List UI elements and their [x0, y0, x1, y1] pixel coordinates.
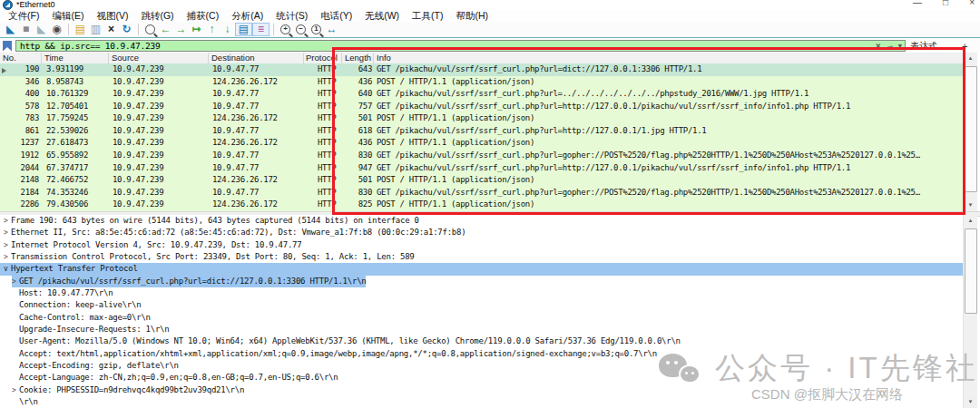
detail-line[interactable]: >GET /pikachu/vul/ssrf/ssrf_curl.php?url…	[0, 276, 964, 287]
start-capture-icon[interactable]: ◣	[3, 23, 18, 36]
packet-row[interactable]: 57812.70540110.9.47.23910.9.47.77HTTP757…	[0, 101, 964, 113]
expand-icon[interactable]: >	[4, 251, 11, 263]
detail-line-content: >Frame 190: 643 bytes on wire (5144 bits…	[4, 215, 419, 227]
expand-icon[interactable]: >	[4, 215, 11, 227]
go-bottom-icon[interactable]: ↓	[220, 23, 235, 36]
reload-icon[interactable]: ↻	[119, 23, 134, 36]
menu-item-telephony[interactable]: 电话(Y)	[314, 10, 358, 22]
packet-row[interactable]: 204467.37471710.9.47.23910.9.47.77HTTP94…	[0, 162, 964, 175]
packet-row[interactable]: 1903.93119910.9.47.23910.9.47.77HTTP643G…	[0, 63, 964, 76]
scroll-down-icon[interactable]: ▼	[964, 396, 977, 408]
menu-item-analyze[interactable]: 分析(A)	[225, 10, 270, 22]
display-filter-input[interactable]: http && ip.src== 10.9.47.239 × → ▼	[15, 40, 906, 52]
detail-line[interactable]: Accept: text/html,application/xhtml+xml,…	[0, 348, 964, 360]
packet-row[interactable]: 3468.95874310.9.47.239124.236.26.172HTTP…	[0, 76, 964, 89]
zoom-100-icon[interactable]: 1	[309, 23, 324, 36]
col-header-info[interactable]: Info	[374, 53, 964, 63]
detail-line[interactable]: Connection: keep-alive\r\n	[0, 299, 964, 311]
menu-item-file[interactable]: 文件(F)	[2, 10, 45, 22]
packet-row[interactable]: 218474.35324610.9.47.23910.9.47.77HTTP83…	[0, 187, 964, 199]
menu-item-help[interactable]: 帮助(H)	[450, 10, 495, 22]
scroll-up-icon[interactable]: ▲	[964, 215, 977, 227]
menu-item-capture[interactable]: 捕获(C)	[181, 10, 226, 22]
menu-item-go[interactable]: 跳转(G)	[134, 10, 180, 22]
scroll-up-icon[interactable]: ▲	[964, 53, 977, 64]
col-header-source[interactable]: Source	[109, 53, 209, 63]
detail-line[interactable]: Host: 10.9.47.77\r\n	[0, 287, 964, 299]
close-button[interactable]: ×	[969, 0, 975, 7]
packet-row[interactable]: 86122.53902610.9.47.23910.9.47.77HTTP618…	[0, 125, 964, 138]
resize-columns-icon[interactable]: ↔	[324, 23, 339, 36]
auto-scroll-icon[interactable]: ▤	[235, 23, 252, 36]
packet-source: 10.9.47.239	[109, 125, 209, 138]
expand-icon[interactable]: >	[4, 227, 11, 238]
packet-info: GET /pikachu/vul/ssrf/ssrf_curl.php?url=…	[374, 63, 964, 76]
packet-info: GET /pikachu/vul/ssrf/ssrf_curl.php?url=…	[374, 88, 964, 101]
packet-row[interactable]: 78317.75924510.9.47.239124.236.26.172HTT…	[0, 112, 964, 125]
detail-line[interactable]: >Cookie: PHPSESSID=n9drehvqc4kqd99bt2uv3…	[0, 384, 964, 396]
expand-icon[interactable]: >	[4, 239, 11, 251]
stop-capture-icon[interactable]: ■	[18, 23, 34, 36]
detail-line[interactable]: >Frame 190: 643 bytes on wire (5144 bits…	[0, 215, 964, 227]
menu-item-wireless[interactable]: 无线(W)	[358, 10, 406, 22]
detail-line[interactable]: \r\n	[0, 396, 964, 408]
filter-apply-icon[interactable]: →	[885, 41, 896, 51]
go-back-icon[interactable]: ←	[158, 23, 173, 36]
close-capture-icon[interactable]: ×	[103, 23, 119, 36]
minimize-button[interactable]: —	[913, 0, 922, 7]
col-header-length[interactable]: Length	[342, 53, 374, 63]
collapse-icon[interactable]: v	[4, 263, 11, 275]
expand-icon[interactable]: >	[12, 384, 19, 396]
col-header-time[interactable]: Time	[42, 53, 109, 63]
packet-list-scrollbar[interactable]: ▲ ▼	[963, 53, 977, 211]
scroll-down-icon[interactable]: ▼	[964, 199, 977, 211]
packet-row[interactable]: 123727.61847310.9.47.239124.236.26.172HT…	[0, 137, 964, 150]
expand-icon[interactable]: >	[12, 276, 19, 287]
col-header-destination[interactable]: Destination	[209, 53, 304, 63]
zoom-in-icon[interactable]: +	[278, 23, 293, 36]
packet-info: POST / HTTP/1.1 (application/json)	[374, 174, 964, 187]
detail-line[interactable]: >Internet Protocol Version 4, Src: 10.9.…	[0, 239, 964, 251]
find-packet-icon[interactable]	[142, 23, 158, 36]
detail-line[interactable]: >Ethernet II, Src: a8:5e:45:c6:ad:72 (a8…	[0, 227, 964, 238]
add-filter-button[interactable]: +	[958, 41, 971, 52]
expression-button[interactable]: 表达式…	[906, 40, 951, 53]
go-forward-icon[interactable]: →	[173, 23, 189, 36]
menu-item-view[interactable]: 视图(V)	[90, 10, 134, 22]
maximize-button[interactable]: □	[943, 0, 948, 7]
detail-line[interactable]: Upgrade-Insecure-Requests: 1\r\n	[0, 324, 964, 335]
packet-row[interactable]: 191265.95589210.9.47.23910.9.47.77HTTP83…	[0, 150, 964, 162]
go-to-packet-icon[interactable]: ↦	[189, 23, 204, 36]
filter-dropdown-icon[interactable]: ▼	[896, 43, 905, 50]
details-scrollbar[interactable]: ▲ ▼	[963, 215, 977, 408]
packet-row[interactable]: 40010.76132910.9.47.23910.9.47.77HTTP640…	[0, 88, 964, 101]
menu-item-edit[interactable]: 编辑(E)	[45, 10, 90, 22]
col-header-protocol[interactable]: Protocol	[304, 53, 342, 63]
filter-clear-icon[interactable]: ×	[872, 41, 885, 51]
scrollbar-thumb[interactable]	[965, 66, 977, 192]
detail-line[interactable]: vHypertext Transfer Protocol	[0, 263, 964, 275]
packet-time: 67.374717	[42, 162, 109, 175]
colorize-icon[interactable]: ≡	[252, 23, 270, 36]
menu-item-statistics[interactable]: 统计(S)	[270, 10, 314, 22]
scrollbar-thumb[interactable]	[965, 228, 977, 314]
detail-line[interactable]: Cache-Control: max-age=0\r\n	[0, 312, 964, 324]
zoom-out-icon[interactable]: −	[293, 23, 309, 36]
detail-line[interactable]: Accept-Encoding: gzip, deflate\r\n	[0, 360, 964, 372]
detail-line[interactable]: User-Agent: Mozilla/5.0 (Windows NT 10.0…	[0, 335, 964, 347]
packet-row[interactable]: 214872.46675210.9.47.239124.236.26.172HT…	[0, 174, 964, 187]
packet-source: 10.9.47.239	[109, 88, 209, 101]
detail-line[interactable]: Accept-Language: zh-CN,zh;q=0.9,en;q=0.8…	[0, 372, 964, 384]
filter-bookmark-icon[interactable]	[3, 41, 12, 52]
menu-item-tools[interactable]: 工具(T)	[406, 10, 449, 22]
restart-capture-icon[interactable]: ◣	[34, 23, 49, 36]
go-top-icon[interactable]: ↑	[204, 23, 220, 36]
save-capture-icon[interactable]: ▥	[88, 23, 103, 36]
col-header-no[interactable]: No.	[0, 53, 42, 63]
detail-line[interactable]: >Transmission Control Protocol, Src Port…	[0, 251, 964, 263]
open-capture-icon[interactable]: ▤	[73, 23, 88, 36]
capture-options-icon[interactable]: ◉	[49, 23, 64, 36]
display-filter-value: http && ip.src== 10.9.47.239	[16, 41, 872, 51]
packet-row[interactable]: 228679.43050610.9.47.239124.236.26.172HT…	[0, 199, 964, 211]
packet-length: 501	[342, 112, 374, 125]
